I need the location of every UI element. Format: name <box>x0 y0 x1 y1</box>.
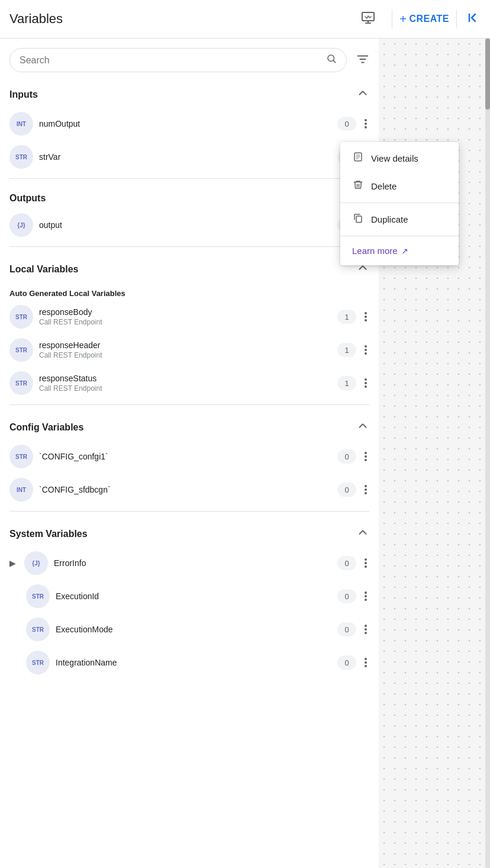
var-info: output <box>39 220 331 230</box>
view-details-menu-item[interactable]: View details <box>340 144 459 172</box>
var-name: ErrorInfo <box>54 558 331 568</box>
system-variables-section: System Variables ▶ {J} ErrorInfo 0 STR <box>0 516 379 679</box>
inputs-collapse-btn[interactable] <box>356 86 369 102</box>
header: Variables + CREATE <box>0 0 490 38</box>
learn-more-menu-item[interactable]: Learn more ↗ <box>340 239 459 263</box>
var-badge-json: {J} <box>9 213 33 237</box>
system-variables-collapse-btn[interactable] <box>356 526 369 542</box>
menu-divider <box>340 202 459 203</box>
svg-line-3 <box>333 60 335 62</box>
var-sub: Call REST Endpoint <box>39 384 331 393</box>
var-info: ErrorInfo <box>54 558 331 568</box>
var-count: 1 <box>337 376 356 390</box>
var-info: strVar <box>39 152 331 162</box>
list-item: STR strVar 0 <box>9 140 369 173</box>
search-filter-row <box>0 38 379 77</box>
more-menu-btn[interactable] <box>362 376 369 390</box>
list-item: ▶ {J} ErrorInfo 0 <box>9 546 369 580</box>
more-menu-btn[interactable] <box>362 310 369 324</box>
page-title: Variables <box>9 11 361 27</box>
var-info: ExecutionId <box>56 591 331 601</box>
duplicate-label: Duplicate <box>371 214 408 224</box>
config-variables-collapse-btn[interactable] <box>356 419 369 435</box>
var-count: 0 <box>337 483 356 497</box>
var-badge-str: STR <box>9 371 33 395</box>
local-variables-header: Local Variables <box>9 252 369 282</box>
var-info: numOutput <box>39 119 331 128</box>
config-variables-section: Config Variables STR `CONFIG_confgi1` 0 … <box>0 410 379 506</box>
section-divider <box>9 511 369 512</box>
create-button[interactable]: + CREATE <box>399 12 449 26</box>
local-variables-section: Local Variables Auto Generated Local Var… <box>0 252 379 400</box>
more-menu-btn[interactable] <box>362 589 369 603</box>
list-item: STR `CONFIG_confgi1` 0 <box>9 440 369 473</box>
more-menu-btn[interactable] <box>362 343 369 357</box>
more-menu-btn[interactable] <box>362 556 369 570</box>
var-info: `CONFIG_confgi1` <box>39 452 331 461</box>
scrollbar-track <box>485 38 490 868</box>
more-menu-btn[interactable] <box>362 622 369 636</box>
learn-more-label: Learn more <box>352 246 398 256</box>
system-variables-header: System Variables <box>9 516 369 546</box>
list-item: STR ExecutionId 0 <box>9 580 369 613</box>
var-info: responseHeader Call REST Endpoint <box>39 340 331 359</box>
var-name: numOutput <box>39 119 331 128</box>
more-menu-btn[interactable] <box>362 117 369 131</box>
var-info: ExecutionMode <box>56 625 331 634</box>
var-badge-str: STR <box>9 445 33 468</box>
config-variables-header: Config Variables <box>9 410 369 440</box>
monitor-icon[interactable] <box>361 11 375 28</box>
context-menu: View details Delete Duplicate Learn more… <box>340 142 459 265</box>
var-badge-int: INT <box>9 478 33 501</box>
outputs-title: Outputs <box>9 193 46 204</box>
more-menu-btn[interactable] <box>362 655 369 670</box>
outputs-section: Outputs {J} output 0 <box>0 184 379 242</box>
var-badge-str: STR <box>9 338 33 362</box>
var-name: strVar <box>39 152 331 162</box>
var-count: 0 <box>337 655 356 670</box>
delete-label: Delete <box>371 181 396 191</box>
scrollbar-thumb[interactable] <box>485 38 490 110</box>
var-sub: Call REST Endpoint <box>39 351 331 359</box>
view-details-icon <box>352 152 364 165</box>
search-input[interactable] <box>20 55 326 66</box>
search-input-wrap <box>9 48 347 72</box>
var-badge-str: STR <box>26 651 50 674</box>
var-name: ExecutionMode <box>56 625 331 634</box>
var-name: `CONFIG_confgi1` <box>39 452 331 461</box>
var-count: 1 <box>337 343 356 357</box>
var-badge-json: {J} <box>24 551 48 575</box>
more-menu-btn[interactable] <box>362 449 369 464</box>
list-item: STR responseHeader Call REST Endpoint 1 <box>9 333 369 367</box>
var-count: 0 <box>337 556 356 570</box>
var-badge-int: INT <box>9 112 33 136</box>
var-name: ExecutionId <box>56 591 331 601</box>
list-item: INT `CONFIG_sfdbcgn` 0 <box>9 473 369 506</box>
var-count: 0 <box>337 117 356 131</box>
var-name: `CONFIG_sfdbcgn` <box>39 485 331 494</box>
system-variables-title: System Variables <box>9 529 88 539</box>
filter-icon[interactable] <box>352 50 374 70</box>
collapse-icon[interactable] <box>466 11 481 28</box>
view-details-label: View details <box>371 153 418 163</box>
inputs-section-header: Inputs <box>9 77 369 107</box>
header-divider2 <box>456 9 457 28</box>
var-count: 0 <box>337 622 356 636</box>
local-variables-title: Local Variables <box>9 264 79 275</box>
var-info: responseStatus Call REST Endpoint <box>39 374 331 393</box>
duplicate-menu-item[interactable]: Duplicate <box>340 205 459 233</box>
duplicate-icon <box>352 213 364 226</box>
left-panel: Inputs INT numOutput 0 STR strVar <box>0 38 379 868</box>
inputs-title: Inputs <box>9 89 38 100</box>
var-name: responseHeader <box>39 340 331 350</box>
auto-generated-subtitle: Auto Generated Local Variables <box>9 282 369 300</box>
menu-divider2 <box>340 236 459 236</box>
header-actions: + CREATE <box>361 9 481 28</box>
inputs-section: Inputs INT numOutput 0 STR strVar <box>0 77 379 173</box>
list-item: STR responseBody Call REST Endpoint 1 <box>9 300 369 333</box>
var-name: responseBody <box>39 307 331 317</box>
delete-menu-item[interactable]: Delete <box>340 172 459 200</box>
more-menu-btn[interactable] <box>362 483 369 497</box>
plus-icon: + <box>399 12 407 26</box>
expand-arrow-icon[interactable]: ▶ <box>9 558 16 568</box>
